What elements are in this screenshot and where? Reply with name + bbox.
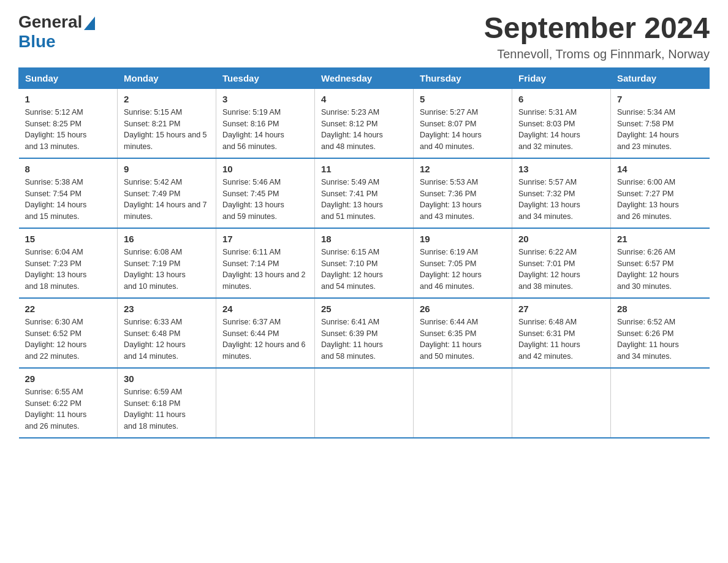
day-info: Sunrise: 5:57 AMSunset: 7:32 PMDaylight:… <box>518 178 580 221</box>
day-number: 12 <box>420 164 506 174</box>
weekday-header-row: SundayMondayTuesdayWednesdayThursdayFrid… <box>19 67 710 88</box>
day-number: 26 <box>420 304 506 314</box>
logo-general-text: General <box>18 12 82 32</box>
day-info: Sunrise: 6:22 AMSunset: 7:01 PMDaylight:… <box>518 248 580 291</box>
day-info: Sunrise: 6:33 AMSunset: 6:48 PMDaylight:… <box>124 318 186 361</box>
calendar-cell: 10 Sunrise: 5:46 AMSunset: 7:45 PMDaylig… <box>216 158 315 228</box>
day-info: Sunrise: 6:30 AMSunset: 6:52 PMDaylight:… <box>25 318 87 361</box>
calendar-cell: 27 Sunrise: 6:48 AMSunset: 6:31 PMDaylig… <box>512 298 611 368</box>
calendar-cell: 15 Sunrise: 6:04 AMSunset: 7:23 PMDaylig… <box>19 228 118 298</box>
day-number: 30 <box>124 373 210 384</box>
calendar-cell: 4 Sunrise: 5:23 AMSunset: 8:12 PMDayligh… <box>315 88 414 158</box>
calendar-cell: 17 Sunrise: 6:11 AMSunset: 7:14 PMDaylig… <box>216 228 315 298</box>
logo-blue-text: Blue <box>18 32 56 52</box>
calendar-table: SundayMondayTuesdayWednesdayThursdayFrid… <box>18 67 710 439</box>
calendar-cell: 13 Sunrise: 5:57 AMSunset: 7:32 PMDaylig… <box>512 158 611 228</box>
weekday-header-monday: Monday <box>118 67 216 88</box>
calendar-cell: 21 Sunrise: 6:26 AMSunset: 6:57 PMDaylig… <box>611 228 710 298</box>
day-number: 11 <box>321 164 407 174</box>
week-row-3: 15 Sunrise: 6:04 AMSunset: 7:23 PMDaylig… <box>19 228 710 298</box>
calendar-cell: 28 Sunrise: 6:52 AMSunset: 6:26 PMDaylig… <box>611 298 710 368</box>
weekday-header-thursday: Thursday <box>414 67 512 88</box>
calendar-cell: 25 Sunrise: 6:41 AMSunset: 6:39 PMDaylig… <box>315 298 414 368</box>
calendar-cell: 23 Sunrise: 6:33 AMSunset: 6:48 PMDaylig… <box>118 298 216 368</box>
day-number: 15 <box>25 234 112 244</box>
day-number: 3 <box>222 94 308 104</box>
weekday-header-friday: Friday <box>512 67 611 88</box>
day-info: Sunrise: 6:26 AMSunset: 6:57 PMDaylight:… <box>617 248 679 291</box>
day-number: 25 <box>321 304 407 314</box>
calendar-cell: 12 Sunrise: 5:53 AMSunset: 7:36 PMDaylig… <box>414 158 512 228</box>
day-info: Sunrise: 5:38 AMSunset: 7:54 PMDaylight:… <box>25 178 87 221</box>
day-info: Sunrise: 5:31 AMSunset: 8:03 PMDaylight:… <box>518 108 580 151</box>
day-number: 10 <box>222 164 308 174</box>
day-number: 4 <box>321 94 407 104</box>
day-info: Sunrise: 6:52 AMSunset: 6:26 PMDaylight:… <box>617 318 679 361</box>
day-info: Sunrise: 6:41 AMSunset: 6:39 PMDaylight:… <box>321 318 383 361</box>
day-number: 19 <box>420 234 506 244</box>
calendar-cell: 20 Sunrise: 6:22 AMSunset: 7:01 PMDaylig… <box>512 228 611 298</box>
calendar-cell: 29 Sunrise: 6:55 AMSunset: 6:22 PMDaylig… <box>19 368 118 438</box>
day-info: Sunrise: 5:15 AMSunset: 8:21 PMDaylight:… <box>124 108 207 151</box>
day-number: 21 <box>617 234 703 244</box>
day-number: 23 <box>124 304 210 314</box>
day-number: 27 <box>518 304 604 314</box>
day-number: 14 <box>617 164 703 174</box>
day-number: 18 <box>321 234 407 244</box>
day-info: Sunrise: 6:19 AMSunset: 7:05 PMDaylight:… <box>420 248 482 291</box>
day-number: 29 <box>25 373 112 384</box>
day-number: 16 <box>124 234 210 244</box>
day-number: 5 <box>420 94 506 104</box>
week-row-1: 1 Sunrise: 5:12 AMSunset: 8:25 PMDayligh… <box>19 88 710 158</box>
logo-triangle-icon <box>84 17 95 30</box>
calendar-cell: 1 Sunrise: 5:12 AMSunset: 8:25 PMDayligh… <box>19 88 118 158</box>
calendar-cell: 19 Sunrise: 6:19 AMSunset: 7:05 PMDaylig… <box>414 228 512 298</box>
day-number: 20 <box>518 234 604 244</box>
day-info: Sunrise: 5:42 AMSunset: 7:49 PMDaylight:… <box>124 178 207 221</box>
day-info: Sunrise: 5:23 AMSunset: 8:12 PMDaylight:… <box>321 108 383 151</box>
header: General Blue September 2024 Tennevoll, T… <box>18 12 710 61</box>
calendar-cell <box>512 368 611 438</box>
day-info: Sunrise: 6:44 AMSunset: 6:35 PMDaylight:… <box>420 318 482 361</box>
calendar-cell <box>414 368 512 438</box>
calendar-cell: 16 Sunrise: 6:08 AMSunset: 7:19 PMDaylig… <box>118 228 216 298</box>
calendar-cell: 3 Sunrise: 5:19 AMSunset: 8:16 PMDayligh… <box>216 88 315 158</box>
weekday-header-tuesday: Tuesday <box>216 67 315 88</box>
day-info: Sunrise: 6:55 AMSunset: 6:22 PMDaylight:… <box>25 388 87 431</box>
calendar-cell: 14 Sunrise: 6:00 AMSunset: 7:27 PMDaylig… <box>611 158 710 228</box>
day-info: Sunrise: 6:37 AMSunset: 6:44 PMDaylight:… <box>222 318 306 361</box>
title-area: September 2024 Tennevoll, Troms og Finnm… <box>484 12 710 61</box>
weekday-header-sunday: Sunday <box>19 67 118 88</box>
calendar-cell <box>315 368 414 438</box>
day-info: Sunrise: 6:59 AMSunset: 6:18 PMDaylight:… <box>124 388 186 431</box>
day-info: Sunrise: 5:49 AMSunset: 7:41 PMDaylight:… <box>321 178 383 221</box>
calendar-cell <box>216 368 315 438</box>
day-info: Sunrise: 5:12 AMSunset: 8:25 PMDaylight:… <box>25 108 87 151</box>
day-number: 13 <box>518 164 604 174</box>
calendar-cell: 26 Sunrise: 6:44 AMSunset: 6:35 PMDaylig… <box>414 298 512 368</box>
day-info: Sunrise: 6:15 AMSunset: 7:10 PMDaylight:… <box>321 248 383 291</box>
calendar-title: September 2024 <box>484 12 710 45</box>
calendar-cell <box>611 368 710 438</box>
day-number: 6 <box>518 94 604 104</box>
day-number: 22 <box>25 304 112 314</box>
day-info: Sunrise: 5:19 AMSunset: 8:16 PMDaylight:… <box>222 108 284 151</box>
day-info: Sunrise: 6:48 AMSunset: 6:31 PMDaylight:… <box>518 318 580 361</box>
calendar-cell: 24 Sunrise: 6:37 AMSunset: 6:44 PMDaylig… <box>216 298 315 368</box>
day-number: 8 <box>25 164 112 174</box>
day-info: Sunrise: 6:08 AMSunset: 7:19 PMDaylight:… <box>124 248 186 291</box>
calendar-cell: 30 Sunrise: 6:59 AMSunset: 6:18 PMDaylig… <box>118 368 216 438</box>
day-number: 17 <box>222 234 308 244</box>
day-info: Sunrise: 5:27 AMSunset: 8:07 PMDaylight:… <box>420 108 482 151</box>
calendar-cell: 2 Sunrise: 5:15 AMSunset: 8:21 PMDayligh… <box>118 88 216 158</box>
calendar-cell: 18 Sunrise: 6:15 AMSunset: 7:10 PMDaylig… <box>315 228 414 298</box>
day-number: 7 <box>617 94 703 104</box>
calendar-cell: 9 Sunrise: 5:42 AMSunset: 7:49 PMDayligh… <box>118 158 216 228</box>
week-row-5: 29 Sunrise: 6:55 AMSunset: 6:22 PMDaylig… <box>19 368 710 438</box>
day-info: Sunrise: 5:46 AMSunset: 7:45 PMDaylight:… <box>222 178 284 221</box>
calendar-cell: 22 Sunrise: 6:30 AMSunset: 6:52 PMDaylig… <box>19 298 118 368</box>
calendar-cell: 5 Sunrise: 5:27 AMSunset: 8:07 PMDayligh… <box>414 88 512 158</box>
day-number: 1 <box>25 94 112 104</box>
calendar-cell: 8 Sunrise: 5:38 AMSunset: 7:54 PMDayligh… <box>19 158 118 228</box>
calendar-cell: 11 Sunrise: 5:49 AMSunset: 7:41 PMDaylig… <box>315 158 414 228</box>
